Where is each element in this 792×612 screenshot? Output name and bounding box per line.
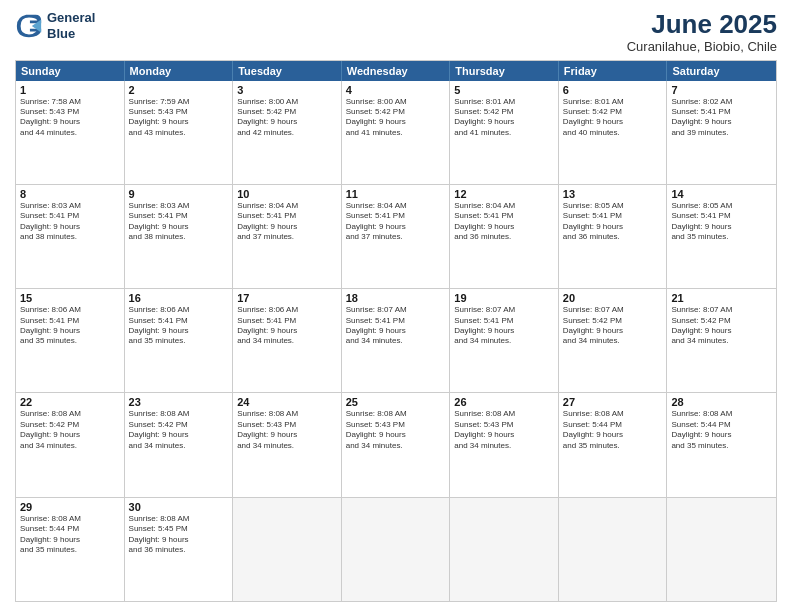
page: General Blue June 2025 Curanilahue, Biob… [0,0,792,612]
header-day-sunday: Sunday [16,61,125,81]
day-number: 13 [563,188,663,200]
day-number: 28 [671,396,772,408]
day-number: 18 [346,292,446,304]
calendar-cell: 27Sunrise: 8:08 AM Sunset: 5:44 PM Dayli… [559,393,668,496]
calendar-cell: 15Sunrise: 8:06 AM Sunset: 5:41 PM Dayli… [16,289,125,392]
calendar-cell [342,498,451,601]
calendar-row-1: 1Sunrise: 7:58 AM Sunset: 5:43 PM Daylig… [16,81,776,184]
cell-info: Sunrise: 8:05 AM Sunset: 5:41 PM Dayligh… [671,201,772,243]
header: General Blue June 2025 Curanilahue, Biob… [15,10,777,54]
calendar-cell: 7Sunrise: 8:02 AM Sunset: 5:41 PM Daylig… [667,81,776,184]
cell-info: Sunrise: 8:01 AM Sunset: 5:42 PM Dayligh… [454,97,554,139]
calendar-cell: 22Sunrise: 8:08 AM Sunset: 5:42 PM Dayli… [16,393,125,496]
day-number: 17 [237,292,337,304]
logo-text: General Blue [47,10,95,41]
calendar-cell: 28Sunrise: 8:08 AM Sunset: 5:44 PM Dayli… [667,393,776,496]
calendar-cell: 4Sunrise: 8:00 AM Sunset: 5:42 PM Daylig… [342,81,451,184]
calendar-cell: 12Sunrise: 8:04 AM Sunset: 5:41 PM Dayli… [450,185,559,288]
calendar-cell: 26Sunrise: 8:08 AM Sunset: 5:43 PM Dayli… [450,393,559,496]
calendar-row-2: 8Sunrise: 8:03 AM Sunset: 5:41 PM Daylig… [16,184,776,288]
calendar-cell: 24Sunrise: 8:08 AM Sunset: 5:43 PM Dayli… [233,393,342,496]
calendar-cell: 19Sunrise: 8:07 AM Sunset: 5:41 PM Dayli… [450,289,559,392]
subtitle: Curanilahue, Biobio, Chile [627,39,777,54]
cell-info: Sunrise: 8:08 AM Sunset: 5:43 PM Dayligh… [346,409,446,451]
cell-info: Sunrise: 8:03 AM Sunset: 5:41 PM Dayligh… [129,201,229,243]
calendar-cell: 25Sunrise: 8:08 AM Sunset: 5:43 PM Dayli… [342,393,451,496]
calendar-cell: 5Sunrise: 8:01 AM Sunset: 5:42 PM Daylig… [450,81,559,184]
calendar-row-5: 29Sunrise: 8:08 AM Sunset: 5:44 PM Dayli… [16,497,776,601]
cell-info: Sunrise: 8:07 AM Sunset: 5:42 PM Dayligh… [671,305,772,347]
day-number: 1 [20,84,120,96]
cell-info: Sunrise: 8:06 AM Sunset: 5:41 PM Dayligh… [237,305,337,347]
header-day-friday: Friday [559,61,668,81]
day-number: 15 [20,292,120,304]
cell-info: Sunrise: 8:00 AM Sunset: 5:42 PM Dayligh… [346,97,446,139]
day-number: 14 [671,188,772,200]
calendar-cell: 11Sunrise: 8:04 AM Sunset: 5:41 PM Dayli… [342,185,451,288]
day-number: 21 [671,292,772,304]
cell-info: Sunrise: 8:00 AM Sunset: 5:42 PM Dayligh… [237,97,337,139]
cell-info: Sunrise: 8:02 AM Sunset: 5:41 PM Dayligh… [671,97,772,139]
day-number: 30 [129,501,229,513]
day-number: 25 [346,396,446,408]
calendar-cell: 6Sunrise: 8:01 AM Sunset: 5:42 PM Daylig… [559,81,668,184]
calendar-cell: 21Sunrise: 8:07 AM Sunset: 5:42 PM Dayli… [667,289,776,392]
day-number: 12 [454,188,554,200]
cell-info: Sunrise: 8:07 AM Sunset: 5:41 PM Dayligh… [454,305,554,347]
cell-info: Sunrise: 8:06 AM Sunset: 5:41 PM Dayligh… [129,305,229,347]
header-day-saturday: Saturday [667,61,776,81]
calendar-cell: 3Sunrise: 8:00 AM Sunset: 5:42 PM Daylig… [233,81,342,184]
day-number: 19 [454,292,554,304]
calendar-cell: 17Sunrise: 8:06 AM Sunset: 5:41 PM Dayli… [233,289,342,392]
cell-info: Sunrise: 7:59 AM Sunset: 5:43 PM Dayligh… [129,97,229,139]
cell-info: Sunrise: 7:58 AM Sunset: 5:43 PM Dayligh… [20,97,120,139]
calendar-cell [559,498,668,601]
cell-info: Sunrise: 8:08 AM Sunset: 5:44 PM Dayligh… [563,409,663,451]
cell-info: Sunrise: 8:04 AM Sunset: 5:41 PM Dayligh… [346,201,446,243]
cell-info: Sunrise: 8:08 AM Sunset: 5:42 PM Dayligh… [129,409,229,451]
day-number: 3 [237,84,337,96]
calendar-cell [233,498,342,601]
day-number: 27 [563,396,663,408]
month-title: June 2025 [627,10,777,39]
cell-info: Sunrise: 8:08 AM Sunset: 5:43 PM Dayligh… [454,409,554,451]
calendar-header: SundayMondayTuesdayWednesdayThursdayFrid… [16,61,776,81]
header-day-wednesday: Wednesday [342,61,451,81]
day-number: 20 [563,292,663,304]
calendar-body: 1Sunrise: 7:58 AM Sunset: 5:43 PM Daylig… [16,81,776,601]
calendar-cell: 23Sunrise: 8:08 AM Sunset: 5:42 PM Dayli… [125,393,234,496]
calendar-cell: 20Sunrise: 8:07 AM Sunset: 5:42 PM Dayli… [559,289,668,392]
calendar-cell: 14Sunrise: 8:05 AM Sunset: 5:41 PM Dayli… [667,185,776,288]
logo-icon [15,12,43,40]
calendar-cell: 8Sunrise: 8:03 AM Sunset: 5:41 PM Daylig… [16,185,125,288]
calendar-row-3: 15Sunrise: 8:06 AM Sunset: 5:41 PM Dayli… [16,288,776,392]
cell-info: Sunrise: 8:08 AM Sunset: 5:45 PM Dayligh… [129,514,229,556]
calendar-cell: 1Sunrise: 7:58 AM Sunset: 5:43 PM Daylig… [16,81,125,184]
day-number: 9 [129,188,229,200]
day-number: 23 [129,396,229,408]
cell-info: Sunrise: 8:04 AM Sunset: 5:41 PM Dayligh… [454,201,554,243]
cell-info: Sunrise: 8:08 AM Sunset: 5:42 PM Dayligh… [20,409,120,451]
day-number: 10 [237,188,337,200]
day-number: 22 [20,396,120,408]
cell-info: Sunrise: 8:08 AM Sunset: 5:44 PM Dayligh… [671,409,772,451]
day-number: 5 [454,84,554,96]
day-number: 8 [20,188,120,200]
day-number: 2 [129,84,229,96]
calendar-cell: 2Sunrise: 7:59 AM Sunset: 5:43 PM Daylig… [125,81,234,184]
day-number: 29 [20,501,120,513]
cell-info: Sunrise: 8:05 AM Sunset: 5:41 PM Dayligh… [563,201,663,243]
cell-info: Sunrise: 8:04 AM Sunset: 5:41 PM Dayligh… [237,201,337,243]
calendar-cell: 16Sunrise: 8:06 AM Sunset: 5:41 PM Dayli… [125,289,234,392]
calendar-cell: 9Sunrise: 8:03 AM Sunset: 5:41 PM Daylig… [125,185,234,288]
cell-info: Sunrise: 8:03 AM Sunset: 5:41 PM Dayligh… [20,201,120,243]
header-day-thursday: Thursday [450,61,559,81]
cell-info: Sunrise: 8:01 AM Sunset: 5:42 PM Dayligh… [563,97,663,139]
logo: General Blue [15,10,95,41]
cell-info: Sunrise: 8:06 AM Sunset: 5:41 PM Dayligh… [20,305,120,347]
cell-info: Sunrise: 8:07 AM Sunset: 5:41 PM Dayligh… [346,305,446,347]
calendar-cell: 29Sunrise: 8:08 AM Sunset: 5:44 PM Dayli… [16,498,125,601]
calendar: SundayMondayTuesdayWednesdayThursdayFrid… [15,60,777,602]
day-number: 11 [346,188,446,200]
title-block: June 2025 Curanilahue, Biobio, Chile [627,10,777,54]
